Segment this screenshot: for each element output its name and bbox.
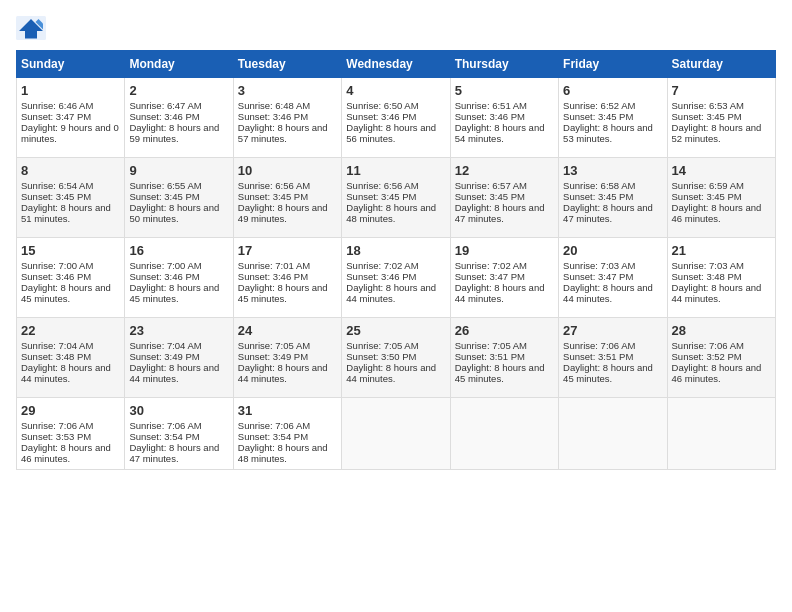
daylight: Daylight: 8 hours and 47 minutes. xyxy=(563,202,653,224)
daylight: Daylight: 8 hours and 45 minutes. xyxy=(238,282,328,304)
calendar-cell: 9 Sunrise: 6:55 AM Sunset: 3:45 PM Dayli… xyxy=(125,158,233,238)
calendar-cell xyxy=(450,398,558,470)
sunrise: Sunrise: 6:55 AM xyxy=(129,180,201,191)
calendar-cell: 16 Sunrise: 7:00 AM Sunset: 3:46 PM Dayl… xyxy=(125,238,233,318)
sunset: Sunset: 3:51 PM xyxy=(563,351,633,362)
sunset: Sunset: 3:51 PM xyxy=(455,351,525,362)
logo xyxy=(16,16,50,40)
sunset: Sunset: 3:45 PM xyxy=(346,191,416,202)
sunset: Sunset: 3:45 PM xyxy=(455,191,525,202)
daylight: Daylight: 8 hours and 52 minutes. xyxy=(672,122,762,144)
daylight: Daylight: 8 hours and 57 minutes. xyxy=(238,122,328,144)
calendar-cell: 8 Sunrise: 6:54 AM Sunset: 3:45 PM Dayli… xyxy=(17,158,125,238)
day-number: 21 xyxy=(672,243,771,258)
sunset: Sunset: 3:46 PM xyxy=(238,111,308,122)
col-header-saturday: Saturday xyxy=(667,51,775,78)
day-number: 19 xyxy=(455,243,554,258)
sunset: Sunset: 3:52 PM xyxy=(672,351,742,362)
calendar-cell: 6 Sunrise: 6:52 AM Sunset: 3:45 PM Dayli… xyxy=(559,78,667,158)
daylight: Daylight: 8 hours and 47 minutes. xyxy=(129,442,219,464)
daylight: Daylight: 8 hours and 44 minutes. xyxy=(346,362,436,384)
sunrise: Sunrise: 6:50 AM xyxy=(346,100,418,111)
daylight: Daylight: 8 hours and 49 minutes. xyxy=(238,202,328,224)
sunrise: Sunrise: 7:05 AM xyxy=(455,340,527,351)
day-number: 25 xyxy=(346,323,445,338)
calendar-cell: 30 Sunrise: 7:06 AM Sunset: 3:54 PM Dayl… xyxy=(125,398,233,470)
sunset: Sunset: 3:45 PM xyxy=(672,111,742,122)
calendar-cell: 26 Sunrise: 7:05 AM Sunset: 3:51 PM Dayl… xyxy=(450,318,558,398)
calendar-cell: 7 Sunrise: 6:53 AM Sunset: 3:45 PM Dayli… xyxy=(667,78,775,158)
day-number: 17 xyxy=(238,243,337,258)
calendar-cell: 3 Sunrise: 6:48 AM Sunset: 3:46 PM Dayli… xyxy=(233,78,341,158)
col-header-wednesday: Wednesday xyxy=(342,51,450,78)
logo-icon xyxy=(16,16,46,40)
calendar-week-5: 29 Sunrise: 7:06 AM Sunset: 3:53 PM Dayl… xyxy=(17,398,776,470)
daylight: Daylight: 8 hours and 54 minutes. xyxy=(455,122,545,144)
sunset: Sunset: 3:46 PM xyxy=(238,271,308,282)
calendar-cell xyxy=(342,398,450,470)
calendar-cell: 28 Sunrise: 7:06 AM Sunset: 3:52 PM Dayl… xyxy=(667,318,775,398)
sunrise: Sunrise: 6:48 AM xyxy=(238,100,310,111)
calendar-table: SundayMondayTuesdayWednesdayThursdayFrid… xyxy=(16,50,776,470)
daylight: Daylight: 8 hours and 46 minutes. xyxy=(21,442,111,464)
day-number: 18 xyxy=(346,243,445,258)
calendar-week-3: 15 Sunrise: 7:00 AM Sunset: 3:46 PM Dayl… xyxy=(17,238,776,318)
sunset: Sunset: 3:49 PM xyxy=(129,351,199,362)
day-number: 4 xyxy=(346,83,445,98)
daylight: Daylight: 8 hours and 44 minutes. xyxy=(672,282,762,304)
day-number: 28 xyxy=(672,323,771,338)
sunrise: Sunrise: 7:03 AM xyxy=(563,260,635,271)
sunrise: Sunrise: 6:59 AM xyxy=(672,180,744,191)
daylight: Daylight: 8 hours and 53 minutes. xyxy=(563,122,653,144)
day-number: 1 xyxy=(21,83,120,98)
day-number: 11 xyxy=(346,163,445,178)
calendar-week-4: 22 Sunrise: 7:04 AM Sunset: 3:48 PM Dayl… xyxy=(17,318,776,398)
calendar-cell: 17 Sunrise: 7:01 AM Sunset: 3:46 PM Dayl… xyxy=(233,238,341,318)
calendar-cell: 19 Sunrise: 7:02 AM Sunset: 3:47 PM Dayl… xyxy=(450,238,558,318)
day-number: 29 xyxy=(21,403,120,418)
sunset: Sunset: 3:50 PM xyxy=(346,351,416,362)
day-number: 20 xyxy=(563,243,662,258)
day-number: 2 xyxy=(129,83,228,98)
daylight: Daylight: 9 hours and 0 minutes. xyxy=(21,122,119,144)
day-number: 14 xyxy=(672,163,771,178)
calendar-cell: 21 Sunrise: 7:03 AM Sunset: 3:48 PM Dayl… xyxy=(667,238,775,318)
sunrise: Sunrise: 7:06 AM xyxy=(672,340,744,351)
sunrise: Sunrise: 7:05 AM xyxy=(346,340,418,351)
day-number: 27 xyxy=(563,323,662,338)
sunset: Sunset: 3:48 PM xyxy=(672,271,742,282)
sunset: Sunset: 3:54 PM xyxy=(238,431,308,442)
calendar-cell: 10 Sunrise: 6:56 AM Sunset: 3:45 PM Dayl… xyxy=(233,158,341,238)
sunset: Sunset: 3:45 PM xyxy=(238,191,308,202)
calendar-cell: 23 Sunrise: 7:04 AM Sunset: 3:49 PM Dayl… xyxy=(125,318,233,398)
day-number: 31 xyxy=(238,403,337,418)
calendar-cell: 5 Sunrise: 6:51 AM Sunset: 3:46 PM Dayli… xyxy=(450,78,558,158)
calendar-body: 1 Sunrise: 6:46 AM Sunset: 3:47 PM Dayli… xyxy=(17,78,776,470)
daylight: Daylight: 8 hours and 44 minutes. xyxy=(563,282,653,304)
sunset: Sunset: 3:45 PM xyxy=(672,191,742,202)
daylight: Daylight: 8 hours and 45 minutes. xyxy=(129,282,219,304)
col-header-monday: Monday xyxy=(125,51,233,78)
calendar-cell: 13 Sunrise: 6:58 AM Sunset: 3:45 PM Dayl… xyxy=(559,158,667,238)
sunrise: Sunrise: 6:54 AM xyxy=(21,180,93,191)
daylight: Daylight: 8 hours and 59 minutes. xyxy=(129,122,219,144)
daylight: Daylight: 8 hours and 46 minutes. xyxy=(672,362,762,384)
sunset: Sunset: 3:46 PM xyxy=(129,271,199,282)
col-header-sunday: Sunday xyxy=(17,51,125,78)
sunset: Sunset: 3:45 PM xyxy=(129,191,199,202)
daylight: Daylight: 8 hours and 56 minutes. xyxy=(346,122,436,144)
calendar-cell: 12 Sunrise: 6:57 AM Sunset: 3:45 PM Dayl… xyxy=(450,158,558,238)
calendar-header-row: SundayMondayTuesdayWednesdayThursdayFrid… xyxy=(17,51,776,78)
day-number: 26 xyxy=(455,323,554,338)
sunset: Sunset: 3:46 PM xyxy=(129,111,199,122)
sunrise: Sunrise: 6:52 AM xyxy=(563,100,635,111)
day-number: 22 xyxy=(21,323,120,338)
calendar-cell: 22 Sunrise: 7:04 AM Sunset: 3:48 PM Dayl… xyxy=(17,318,125,398)
daylight: Daylight: 8 hours and 44 minutes. xyxy=(21,362,111,384)
calendar-cell: 29 Sunrise: 7:06 AM Sunset: 3:53 PM Dayl… xyxy=(17,398,125,470)
calendar-cell: 1 Sunrise: 6:46 AM Sunset: 3:47 PM Dayli… xyxy=(17,78,125,158)
sunrise: Sunrise: 6:58 AM xyxy=(563,180,635,191)
daylight: Daylight: 8 hours and 46 minutes. xyxy=(672,202,762,224)
daylight: Daylight: 8 hours and 45 minutes. xyxy=(455,362,545,384)
calendar-cell: 31 Sunrise: 7:06 AM Sunset: 3:54 PM Dayl… xyxy=(233,398,341,470)
